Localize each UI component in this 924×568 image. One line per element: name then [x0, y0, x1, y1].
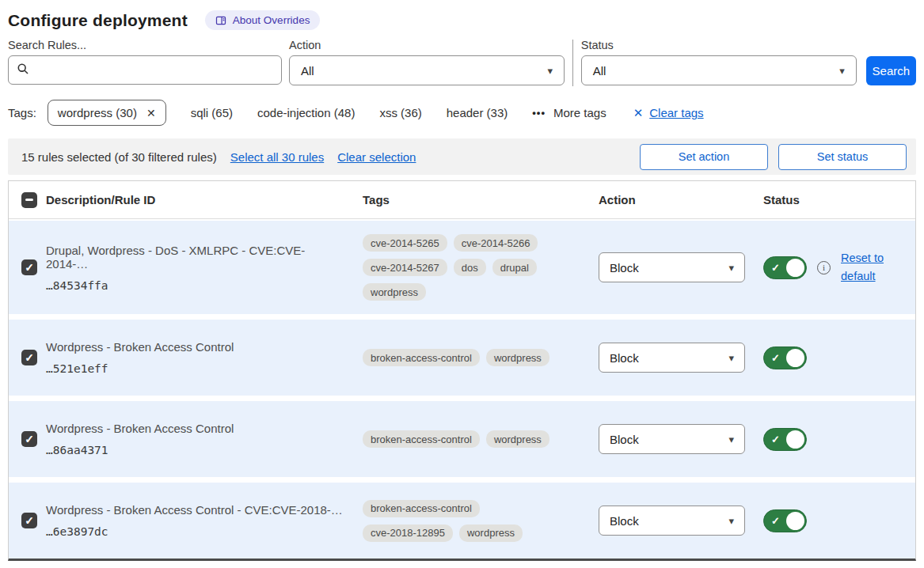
rule-id: …6e3897dc — [46, 525, 344, 538]
rule-action-value: Block — [610, 433, 639, 446]
more-tags-button[interactable]: ••• More tags — [532, 106, 606, 119]
info-icon[interactable]: i — [817, 261, 831, 275]
tag-pill: broken-access-control — [363, 430, 480, 448]
table-header-row: Description/Rule ID Tags Action Status — [9, 181, 915, 219]
tag-chip-label: wordpress (30) — [58, 106, 137, 119]
check-icon: ✓ — [771, 434, 780, 445]
search-rules-input[interactable] — [36, 63, 273, 77]
chevron-down-icon: ▾ — [728, 352, 734, 364]
rule-action-value: Block — [610, 514, 639, 528]
close-icon: ✕ — [633, 106, 644, 120]
tag-item-sqli[interactable]: sqli (65) — [191, 106, 233, 119]
tag-pill: drupal — [492, 259, 537, 276]
rule-tags: broken-access-control wordpress — [363, 430, 565, 448]
tag-pill: wordpress — [363, 283, 426, 301]
reset-to-default-link[interactable]: Reset to default — [841, 249, 890, 286]
action-filter-label: Action — [289, 39, 565, 51]
tag-item-code-injection[interactable]: code-injection (48) — [257, 106, 355, 119]
rule-action-select[interactable]: Block ▾ — [599, 252, 745, 282]
status-toggle-on[interactable]: ✓ — [763, 428, 807, 451]
status-filter-value: All — [593, 64, 606, 78]
tag-pill: broken-access-control — [363, 349, 480, 366]
ellipsis-icon: ••• — [532, 107, 546, 119]
rule-action-value: Block — [610, 351, 639, 365]
toggle-knob — [786, 512, 804, 530]
rule-action-select[interactable]: Block ▾ — [599, 343, 745, 373]
tag-pill: dos — [454, 259, 486, 276]
row-checkbox[interactable]: ✓ — [21, 431, 37, 447]
clear-selection-link[interactable]: Clear selection — [337, 150, 416, 164]
check-icon: ✓ — [771, 263, 780, 273]
close-icon[interactable]: ✕ — [146, 107, 156, 119]
row-checkbox[interactable]: ✓ — [21, 350, 37, 365]
tags-bar: Tags: wordpress (30) ✕ sqli (65) code-in… — [0, 86, 924, 138]
status-toggle-on[interactable]: ✓ — [763, 509, 807, 532]
rule-id: …86aa4371 — [46, 444, 344, 456]
select-all-checkbox[interactable] — [21, 192, 37, 208]
search-rules-box — [8, 55, 282, 85]
tag-pill: wordpress — [486, 349, 549, 366]
column-header-tags: Tags — [363, 193, 599, 206]
table-row: ✓ Wordpress - Broken Access Control …521… — [9, 320, 915, 396]
chevron-down-icon: ▾ — [839, 65, 845, 77]
rule-description-cell: Wordpress - Broken Access Control …521e1… — [46, 340, 363, 375]
action-filter-value: All — [301, 64, 314, 78]
status-toggle-on[interactable]: ✓ — [763, 256, 807, 279]
rule-tags: cve-2014-5265 cve-2014-5266 cve-2014-526… — [363, 234, 565, 301]
column-header-action: Action — [599, 193, 763, 206]
tag-pill: cve-2014-5265 — [363, 234, 447, 252]
search-rules-label: Search Rules... — [8, 39, 282, 51]
select-all-link[interactable]: Select all 30 rules — [230, 150, 324, 164]
selection-bar: 15 rules selected (of 30 filtered rules)… — [8, 138, 916, 175]
set-action-button[interactable]: Set action — [640, 144, 768, 170]
selection-summary: 15 rules selected (of 30 filtered rules) — [21, 150, 217, 164]
page-title: Configure deployment — [8, 11, 188, 30]
check-icon: ✓ — [25, 515, 34, 526]
rule-action-select[interactable]: Block ▾ — [599, 424, 745, 454]
page-header: Configure deployment About Overrides — [0, 0, 924, 37]
status-filter-label: Status — [581, 39, 857, 51]
tag-item-xss[interactable]: xss (36) — [379, 106, 421, 119]
tags-label: Tags: — [8, 106, 36, 119]
status-filter-select[interactable]: All ▾ — [581, 55, 857, 85]
table-row: ✓ Wordpress - Broken Access Control - CV… — [9, 483, 915, 559]
action-filter-select[interactable]: All ▾ — [289, 55, 565, 85]
rules-table: Description/Rule ID Tags Action Status ✓… — [8, 180, 916, 561]
table-row: ✓ Wordpress - Broken Access Control …86a… — [9, 401, 915, 477]
tag-pill: cve-2014-5266 — [454, 234, 538, 252]
toggle-knob — [786, 430, 804, 449]
tag-pill: cve-2018-12895 — [363, 524, 453, 542]
toggle-knob — [786, 349, 804, 367]
filter-divider — [572, 40, 573, 86]
rule-description: Wordpress - Broken Access Control — [46, 422, 344, 435]
rule-id: …84534ffa — [46, 279, 344, 292]
tag-pill: wordpress — [486, 430, 549, 448]
toggle-knob — [786, 259, 804, 277]
column-header-description: Description/Rule ID — [46, 193, 363, 206]
set-status-button[interactable]: Set status — [778, 144, 907, 170]
tag-pill: broken-access-control — [363, 500, 480, 517]
search-button[interactable]: Search — [866, 56, 916, 85]
chevron-down-icon: ▾ — [728, 434, 734, 445]
check-icon: ✓ — [25, 352, 34, 363]
tag-pill: wordpress — [459, 524, 523, 542]
rule-description: Drupal, Wordpress - DoS - XMLRPC - CVE:C… — [46, 244, 344, 271]
rule-action-select[interactable]: Block ▾ — [599, 506, 745, 536]
rule-description: Wordpress - Broken Access Control — [46, 340, 344, 354]
filter-bar: Search Rules... Action All ▾ Status All … — [0, 37, 924, 86]
book-icon — [215, 15, 226, 26]
rule-id: …521e1eff — [46, 362, 344, 375]
rule-description: Wordpress - Broken Access Control - CVE:… — [46, 503, 344, 517]
clear-tags-link[interactable]: ✕ Clear tags — [633, 106, 704, 120]
rule-action-value: Block — [610, 261, 639, 275]
row-checkbox[interactable]: ✓ — [21, 513, 37, 528]
rule-description-cell: Wordpress - Broken Access Control - CVE:… — [46, 503, 363, 538]
chevron-down-icon: ▾ — [728, 262, 734, 274]
about-overrides-badge[interactable]: About Overrides — [205, 10, 321, 30]
tag-item-header[interactable]: header (33) — [447, 106, 508, 119]
tag-chip-wordpress[interactable]: wordpress (30) ✕ — [48, 100, 166, 126]
check-icon: ✓ — [771, 353, 780, 363]
status-toggle-on[interactable]: ✓ — [763, 346, 807, 369]
chevron-down-icon: ▾ — [728, 515, 734, 527]
row-checkbox[interactable]: ✓ — [21, 259, 37, 275]
